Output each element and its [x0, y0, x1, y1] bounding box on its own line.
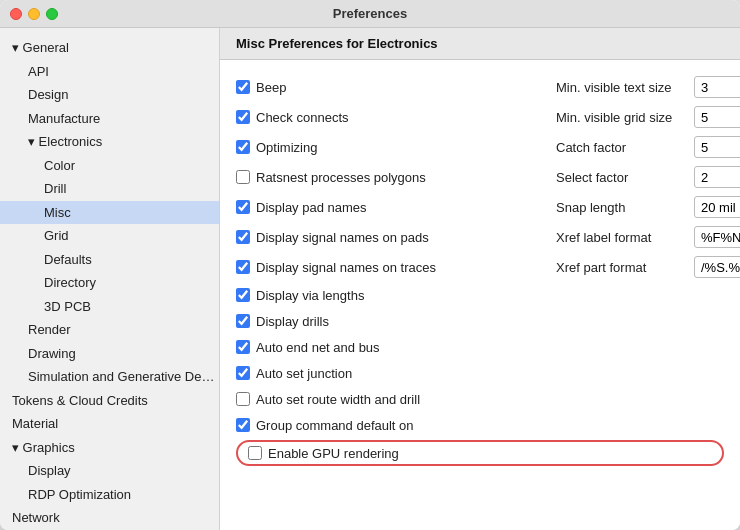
sidebar-item-design[interactable]: Design: [0, 83, 219, 107]
left-col-displayvia: Display via lengths: [236, 288, 556, 303]
checkbox-displaypad[interactable]: [236, 200, 250, 214]
right-label-beep: Min. visible text size: [556, 80, 686, 95]
left-col-displaysignal: Display signal names on pads: [236, 230, 556, 245]
sidebar-item-label: Tokens & Cloud Credits: [12, 393, 148, 408]
settings-row-groupcommand: Group command default on: [236, 412, 724, 438]
main-content: ▾ GeneralAPIDesignManufacture▾ Electroni…: [0, 28, 740, 530]
sidebar-item-manufacture[interactable]: Manufacture: [0, 107, 219, 131]
value-input-displaysignaltrace[interactable]: [694, 256, 740, 278]
close-button[interactable]: [10, 8, 22, 20]
settings-row-displaydrills: Display drills: [236, 308, 724, 334]
sidebar-item-general[interactable]: ▾ General: [0, 36, 219, 60]
sidebar-item-tokens[interactable]: Tokens & Cloud Credits: [0, 389, 219, 413]
sidebar-item-network[interactable]: Network: [0, 506, 219, 530]
sidebar-item-render[interactable]: Render: [0, 318, 219, 342]
field-label-beep: Beep: [256, 80, 286, 95]
value-input-optimizing[interactable]: [694, 136, 740, 158]
left-col-autoroute: Auto set route width and drill: [236, 392, 556, 407]
checkbox-autoend[interactable]: [236, 340, 250, 354]
value-input-displaysignal[interactable]: [694, 226, 740, 248]
value-input-displaypad[interactable]: [694, 196, 740, 218]
checkbox-autojunction[interactable]: [236, 366, 250, 380]
sidebar-item-label: Directory: [44, 275, 96, 290]
checkbox-beep[interactable]: [236, 80, 250, 94]
panel-body: BeepMin. visible text sizeCheck connects…: [220, 60, 740, 530]
sidebar-item-sim-gen1[interactable]: Simulation and Generative Desi...: [0, 365, 219, 389]
left-col-autojunction: Auto set junction: [236, 366, 556, 381]
sidebar-item-color[interactable]: Color: [0, 154, 219, 178]
checkbox-checkconnects[interactable]: [236, 110, 250, 124]
sidebar-item-label: Color: [44, 158, 75, 173]
checkbox-displaydrills[interactable]: [236, 314, 250, 328]
settings-row-displaypad: Display pad namesSnap length: [236, 192, 724, 222]
value-input-checkconnects[interactable]: [694, 106, 740, 128]
left-col-ratsnest: Ratsnest processes polygons: [236, 170, 556, 185]
checkbox-displaysignal[interactable]: [236, 230, 250, 244]
field-label-displaypad: Display pad names: [256, 200, 367, 215]
field-label-optimizing: Optimizing: [256, 140, 317, 155]
sidebar-item-label: ▾ Electronics: [28, 134, 102, 149]
sidebar-item-material[interactable]: Material: [0, 412, 219, 436]
sidebar-item-rdp[interactable]: RDP Optimization: [0, 483, 219, 507]
checkbox-gpurendering[interactable]: [248, 446, 262, 460]
sidebar-item-electronics[interactable]: ▾ Electronics: [0, 130, 219, 154]
minimize-button[interactable]: [28, 8, 40, 20]
checkbox-ratsnest[interactable]: [236, 170, 250, 184]
value-input-ratsnest[interactable]: [694, 166, 740, 188]
settings-row-gpurendering: Enable GPU rendering: [236, 440, 724, 466]
settings-row-displaysignaltrace: Display signal names on tracesXref part …: [236, 252, 724, 282]
field-label-displayvia: Display via lengths: [256, 288, 364, 303]
checkbox-autoroute[interactable]: [236, 392, 250, 406]
left-col-displaydrills: Display drills: [236, 314, 556, 329]
field-label-ratsnest: Ratsnest processes polygons: [256, 170, 426, 185]
right-col-displaysignaltrace: Xref part format: [556, 256, 740, 278]
sidebar-item-label: Render: [28, 322, 71, 337]
sidebar-item-label: Manufacture: [28, 111, 100, 126]
left-col-gpurendering: Enable GPU rendering: [248, 446, 568, 461]
right-col-ratsnest: Select factor: [556, 166, 740, 188]
settings-row-autoroute: Auto set route width and drill: [236, 386, 724, 412]
sidebar-item-label: 3D PCB: [44, 299, 91, 314]
sidebar-item-defaults[interactable]: Defaults: [0, 248, 219, 272]
preferences-window: Preferences ▾ GeneralAPIDesignManufactur…: [0, 0, 740, 530]
sidebar-item-label: Network: [12, 510, 60, 525]
right-col-optimizing: Catch factor: [556, 136, 740, 158]
right-label-optimizing: Catch factor: [556, 140, 686, 155]
right-label-ratsnest: Select factor: [556, 170, 686, 185]
left-col-groupcommand: Group command default on: [236, 418, 556, 433]
maximize-button[interactable]: [46, 8, 58, 20]
sidebar-item-misc[interactable]: Misc: [0, 201, 219, 225]
checkbox-groupcommand[interactable]: [236, 418, 250, 432]
sidebar-item-grid[interactable]: Grid: [0, 224, 219, 248]
checkbox-displayvia[interactable]: [236, 288, 250, 302]
left-col-checkconnects: Check connects: [236, 110, 556, 125]
sidebar-item-label: ▾ General: [12, 40, 69, 55]
field-label-autoend: Auto end net and bus: [256, 340, 380, 355]
sidebar-item-label: Display: [28, 463, 71, 478]
settings-row-ratsnest: Ratsnest processes polygonsSelect factor: [236, 162, 724, 192]
sidebar-item-api[interactable]: API: [0, 60, 219, 84]
field-label-checkconnects: Check connects: [256, 110, 349, 125]
right-label-displaysignal: Xref label format: [556, 230, 686, 245]
right-label-displaypad: Snap length: [556, 200, 686, 215]
right-label-displaysignaltrace: Xref part format: [556, 260, 686, 275]
sidebar-item-label: Misc: [44, 205, 71, 220]
settings-row-beep: BeepMin. visible text size: [236, 72, 724, 102]
value-input-beep[interactable]: [694, 76, 740, 98]
sidebar-item-3dpcb[interactable]: 3D PCB: [0, 295, 219, 319]
left-col-displaypad: Display pad names: [236, 200, 556, 215]
sidebar-item-directory[interactable]: Directory: [0, 271, 219, 295]
sidebar-item-drawing[interactable]: Drawing: [0, 342, 219, 366]
sidebar-item-label: ▾ Graphics: [12, 440, 75, 455]
checkbox-optimizing[interactable]: [236, 140, 250, 154]
left-col-displaysignaltrace: Display signal names on traces: [236, 260, 556, 275]
main-panel: Misc Preferences for Electronics BeepMin…: [220, 28, 740, 530]
checkbox-displaysignaltrace[interactable]: [236, 260, 250, 274]
right-col-displaypad: Snap length: [556, 196, 740, 218]
left-col-beep: Beep: [236, 80, 556, 95]
sidebar-item-drill[interactable]: Drill: [0, 177, 219, 201]
left-col-autoend: Auto end net and bus: [236, 340, 556, 355]
sidebar-item-graphics[interactable]: ▾ Graphics: [0, 436, 219, 460]
sidebar-item-display[interactable]: Display: [0, 459, 219, 483]
field-label-displaysignaltrace: Display signal names on traces: [256, 260, 436, 275]
